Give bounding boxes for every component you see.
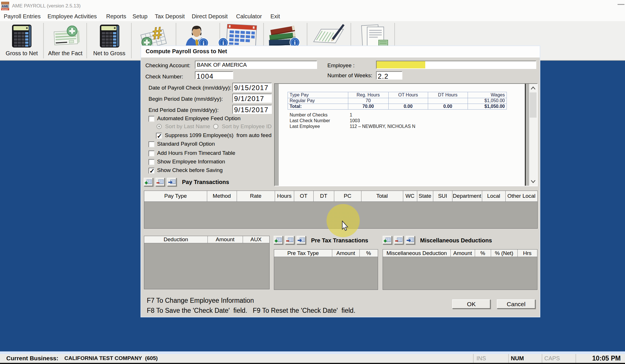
svg-text:#: #: [151, 24, 163, 43]
svg-text:AME: AME: [2, 5, 9, 8]
svg-text:i: i: [294, 39, 296, 46]
